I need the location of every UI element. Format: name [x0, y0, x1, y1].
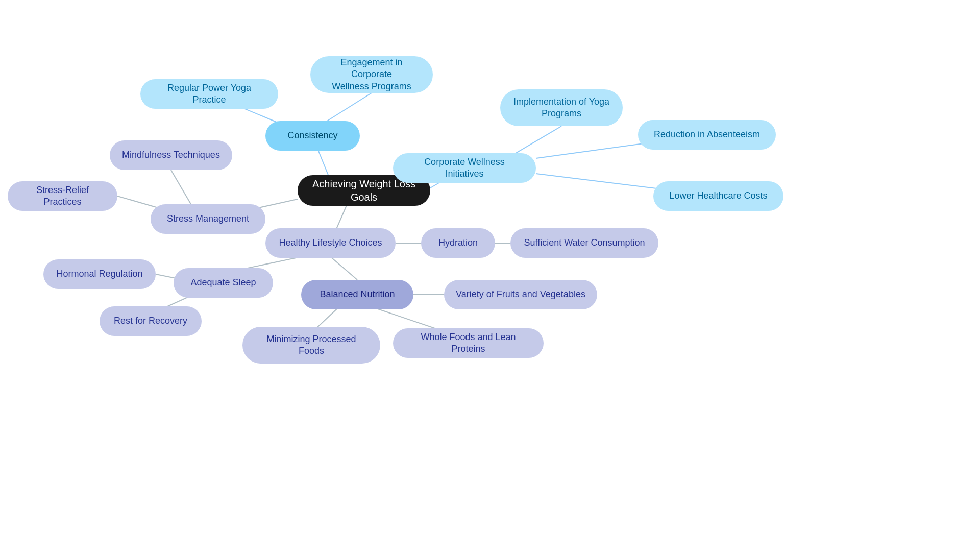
engagement-corporate-node: Engagement in Corporate Wellness Program… [310, 56, 433, 93]
balanced-nutrition-node: Balanced Nutrition [301, 280, 413, 309]
consistency-node: Consistency [265, 121, 360, 151]
sufficient-water-node: Sufficient Water Consumption [510, 228, 658, 258]
corporate-wellness-node: Corporate Wellness Initiatives [393, 153, 536, 183]
engagement-corporate-label: Engagement in Corporate Wellness Program… [322, 57, 422, 92]
implementation-yoga-node: Implementation of Yoga Programs [500, 89, 623, 126]
minimizing-processed-node: Minimizing Processed Foods [242, 327, 380, 364]
rest-recovery-node: Rest for Recovery [100, 306, 202, 336]
stress-management-node: Stress Management [151, 204, 265, 234]
lower-healthcare-node: Lower Healthcare Costs [653, 181, 783, 211]
svg-line-15 [171, 170, 194, 209]
adequate-sleep-node: Adequate Sleep [174, 268, 273, 298]
hormonal-regulation-node: Hormonal Regulation [43, 259, 156, 289]
svg-line-11 [332, 258, 357, 280]
implementation-yoga-label: Implementation of Yoga Programs [513, 96, 609, 120]
variety-fruits-node: Variety of Fruits and Vegetables [444, 280, 597, 309]
mindfulness-node: Mindfulness Techniques [110, 140, 232, 170]
reduction-absenteeism-node: Reduction in Absenteeism [638, 120, 776, 150]
healthy-lifestyle-node: Healthy Lifestyle Choices [265, 228, 396, 258]
stress-relief-node: Stress-Relief Practices [8, 181, 117, 211]
whole-foods-node: Whole Foods and Lean Proteins [393, 328, 544, 358]
regular-power-yoga-node: Regular Power Yoga Practice [140, 79, 278, 109]
hydration-node: Hydration [421, 228, 495, 258]
